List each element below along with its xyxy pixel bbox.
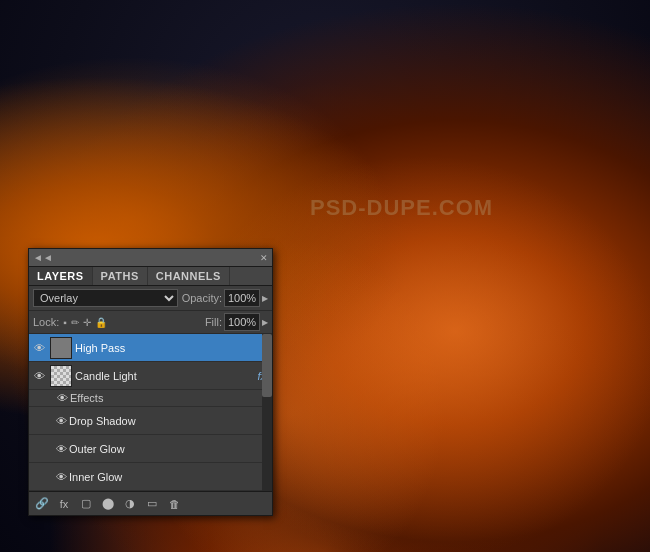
lock-row: Lock: ▪ ✏ ✛ 🔒 Fill: 100% ▶ bbox=[29, 311, 272, 334]
layers-scrollbar[interactable] bbox=[262, 334, 272, 491]
lock-all-icon[interactable]: 🔒 bbox=[95, 317, 107, 328]
tab-layers[interactable]: LAYERS bbox=[29, 267, 93, 285]
opacity-group: Opacity: 100% ▶ bbox=[182, 289, 268, 307]
add-layer-style-button[interactable]: fx bbox=[55, 495, 73, 513]
opacity-value[interactable]: 100% bbox=[224, 289, 260, 307]
visibility-eye-candle-light[interactable]: 👁 bbox=[31, 368, 47, 384]
titlebar-controls: ✕ bbox=[260, 253, 268, 263]
effect-name-inner-glow: Inner Glow bbox=[69, 471, 270, 483]
blend-mode-select[interactable]: Overlay bbox=[33, 289, 178, 307]
layers-list: 👁 High Pass 👁 Candle Light fx 👁 Effects … bbox=[29, 334, 272, 491]
fill-arrow[interactable]: ▶ bbox=[262, 318, 268, 327]
scrollbar-thumb[interactable] bbox=[262, 334, 272, 397]
lock-paint-icon[interactable]: ✏ bbox=[71, 317, 79, 328]
fill-label: Fill: bbox=[205, 316, 222, 328]
fill-value[interactable]: 100% bbox=[224, 313, 260, 331]
lock-move-icon[interactable]: ✛ bbox=[83, 317, 91, 328]
create-group-button[interactable]: ◑ bbox=[121, 495, 139, 513]
effects-group-header[interactable]: 👁 Effects bbox=[29, 390, 272, 407]
layers-panel: ◄◄ ✕ LAYERS PATHS CHANNELS Overlay Opaci… bbox=[28, 248, 273, 516]
panel-collapse-icon[interactable]: ◄◄ bbox=[33, 252, 53, 263]
layer-name-candle-light: Candle Light bbox=[75, 370, 257, 382]
visibility-eye-high-pass[interactable]: 👁 bbox=[31, 340, 47, 356]
effects-eye[interactable]: 👁 bbox=[57, 392, 68, 404]
panel-toolbar: 🔗 fx ▢ ⬤ ◑ ▭ 🗑 bbox=[29, 491, 272, 515]
layer-thumb-high-pass bbox=[50, 337, 72, 359]
new-layer-button[interactable]: ▭ bbox=[143, 495, 161, 513]
panel-tabs: LAYERS PATHS CHANNELS bbox=[29, 267, 272, 286]
panel-close-button[interactable]: ✕ bbox=[260, 253, 268, 263]
visibility-drop-shadow[interactable]: 👁 bbox=[53, 413, 69, 429]
fill-group: Fill: 100% ▶ bbox=[205, 313, 268, 331]
panel-titlebar: ◄◄ ✕ bbox=[29, 249, 272, 267]
opacity-label: Opacity: bbox=[182, 292, 222, 304]
visibility-inner-glow[interactable]: 👁 bbox=[53, 469, 69, 485]
effect-inner-glow[interactable]: 👁 Inner Glow bbox=[29, 463, 272, 491]
link-layers-button[interactable]: 🔗 bbox=[33, 495, 51, 513]
blend-mode-row: Overlay Opacity: 100% ▶ bbox=[29, 286, 272, 311]
lock-label: Lock: bbox=[33, 316, 59, 328]
effect-name-outer-glow: Outer Glow bbox=[69, 443, 270, 455]
effect-drop-shadow[interactable]: 👁 Drop Shadow bbox=[29, 407, 272, 435]
layer-name-high-pass: High Pass bbox=[75, 342, 270, 354]
layer-high-pass[interactable]: 👁 High Pass bbox=[29, 334, 272, 362]
visibility-outer-glow[interactable]: 👁 bbox=[53, 441, 69, 457]
tab-channels[interactable]: CHANNELS bbox=[148, 267, 230, 285]
opacity-arrow[interactable]: ▶ bbox=[262, 294, 268, 303]
layer-thumb-candle-light bbox=[50, 365, 72, 387]
tab-paths[interactable]: PATHS bbox=[93, 267, 148, 285]
add-mask-button[interactable]: ▢ bbox=[77, 495, 95, 513]
delete-layer-button[interactable]: 🗑 bbox=[165, 495, 183, 513]
effects-label: Effects bbox=[70, 392, 103, 404]
effect-outer-glow[interactable]: 👁 Outer Glow bbox=[29, 435, 272, 463]
adjustment-layer-button[interactable]: ⬤ bbox=[99, 495, 117, 513]
effect-name-drop-shadow: Drop Shadow bbox=[69, 415, 270, 427]
lock-transparency-icon[interactable]: ▪ bbox=[63, 317, 67, 328]
layer-candle-light[interactable]: 👁 Candle Light fx bbox=[29, 362, 272, 390]
